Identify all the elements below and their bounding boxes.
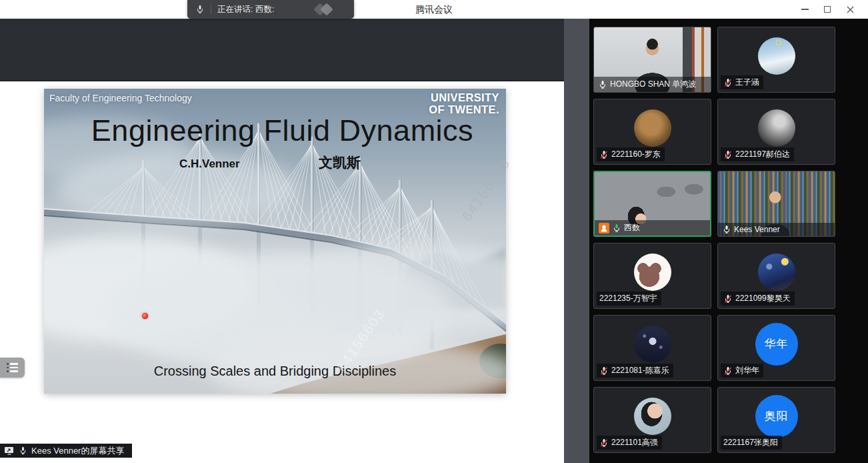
slide-author-cn: 文凯斯 <box>319 153 361 172</box>
participant-label: 西数 <box>595 220 710 236</box>
participant-name: 2221099黎昊天 <box>735 293 791 304</box>
titlebar: 腾讯会议 <box>0 0 868 19</box>
avatar <box>634 398 671 435</box>
avatar: 华年 <box>755 323 798 366</box>
participant-name: 2221197郝伯达 <box>735 149 790 160</box>
participant-tile[interactable]: 2221160-罗东 <box>593 99 711 165</box>
mic-muted-icon <box>723 294 733 304</box>
participant-label: 2221081-陈嘉乐 <box>597 364 673 378</box>
slide-author-en: C.H.Venner <box>179 157 240 171</box>
mic-on-icon <box>598 80 607 89</box>
list-icon <box>7 363 18 372</box>
panel-toggle-button[interactable] <box>0 358 25 378</box>
mic-muted-icon <box>599 150 609 159</box>
app-title: 腾讯会议 <box>0 0 868 19</box>
screen-share-view: Faculty of Engineering Technology UNIVER… <box>0 19 564 463</box>
speaking-indicator: 正在讲话: 西数: <box>187 0 354 19</box>
avatar <box>634 109 671 147</box>
mic-on-icon <box>722 225 731 234</box>
participant-name: 王子涵 <box>735 77 759 88</box>
avatar <box>758 109 795 147</box>
maximize-icon <box>824 6 831 13</box>
avatar <box>634 254 671 291</box>
participant-grid: HONGBO SHAN 单鸿波 王子涵 2221160-罗东 <box>593 27 835 453</box>
participant-label: 2221167张奥阳 <box>721 436 782 450</box>
share-sidebar-divider <box>564 19 589 463</box>
avatar <box>758 37 795 75</box>
microphone-icon <box>19 446 27 455</box>
participant-name: 2221160-罗东 <box>611 149 661 160</box>
participant-name: 2221167张奥阳 <box>723 437 778 448</box>
presentation-slide: Faculty of Engineering Technology UNIVER… <box>44 89 506 394</box>
participant-label: 2221197郝伯达 <box>721 147 794 161</box>
participant-tile[interactable]: 华年 刘华年 <box>717 315 835 381</box>
participant-tile[interactable]: 2221099黎昊天 <box>717 243 835 309</box>
participant-name: HONGBO SHAN 单鸿波 <box>610 79 696 90</box>
participant-tile[interactable]: HONGBO SHAN 单鸿波 <box>593 27 711 93</box>
slide-faculty-text: Faculty of Engineering Technology <box>49 93 192 103</box>
mic-muted-icon <box>723 366 733 376</box>
laser-pointer-dot <box>142 313 148 319</box>
participant-name: 2221235-万智宇 <box>599 293 657 304</box>
participant-tile[interactable]: 奥阳 2221167张奥阳 <box>717 387 835 453</box>
participant-tile[interactable]: 2221081-陈嘉乐 <box>593 315 711 381</box>
close-button[interactable] <box>839 0 861 19</box>
divider <box>211 5 211 14</box>
participant-name: 刘华年 <box>735 365 759 376</box>
participant-name: 2221101高强 <box>611 437 658 448</box>
participant-label: 2221160-罗东 <box>597 147 665 161</box>
speaking-text: 正在讲话: 西数: <box>217 4 274 15</box>
participant-tile[interactable]: Kees Venner <box>717 171 835 237</box>
screen-share-banner: Kees Venner的屏幕共享 <box>0 444 132 458</box>
mic-speaking-icon <box>612 223 621 233</box>
screen-share-icon <box>4 446 15 455</box>
microphone-icon <box>195 5 205 14</box>
maximize-button[interactable] <box>816 0 839 19</box>
mic-muted-icon <box>723 150 733 159</box>
participant-label: 2221101高强 <box>597 436 662 450</box>
avatar <box>634 326 671 363</box>
close-icon <box>847 6 854 13</box>
participant-label: 2221235-万智宇 <box>597 292 661 306</box>
slide-subtitle: Crossing Scales and Bridging Disciplines <box>44 364 506 379</box>
participant-label: 王子涵 <box>721 75 763 89</box>
avatar: 奥阳 <box>755 395 798 438</box>
participant-tile[interactable]: 王子涵 <box>717 27 835 93</box>
participant-name: 2221081-陈嘉乐 <box>611 365 669 376</box>
participant-tile[interactable]: 2221235-万智宇 <box>593 243 711 309</box>
shared-screen-top-strip <box>0 19 564 81</box>
participant-label: HONGBO SHAN 单鸿波 <box>594 77 711 92</box>
mic-muted-icon <box>599 366 609 376</box>
slide-title: Engineering Fluid Dynamics <box>44 113 506 148</box>
participants-sidebar: HONGBO SHAN 单鸿波 王子涵 2221160-罗东 <box>589 19 868 463</box>
presenter-badge-icon <box>599 223 609 234</box>
participant-name: Kees Venner <box>734 225 780 234</box>
participant-tile[interactable]: 2221197郝伯达 <box>717 99 835 165</box>
avatar <box>758 254 795 291</box>
mic-muted-icon <box>723 78 733 87</box>
minimize-button[interactable] <box>793 0 816 19</box>
participant-label: 刘华年 <box>721 364 763 378</box>
tencent-meeting-logo-icon <box>314 3 337 15</box>
participant-label: 2221099黎昊天 <box>721 292 795 306</box>
meeting-window: 腾讯会议 正在讲话: 西数: <box>0 0 868 463</box>
slide-university-logo-text: UNIVERSITYOF TWENTE. <box>429 91 499 116</box>
minimize-icon <box>801 9 809 10</box>
participant-label: Kees Venner <box>718 223 835 236</box>
participant-tile[interactable]: 西数 <box>593 171 711 237</box>
window-controls <box>793 0 861 19</box>
participant-tile[interactable]: 2221101高强 <box>593 387 711 453</box>
screen-share-banner-text: Kees Venner的屏幕共享 <box>31 445 124 457</box>
participant-name: 西数 <box>624 222 640 234</box>
mic-muted-icon <box>599 438 609 448</box>
